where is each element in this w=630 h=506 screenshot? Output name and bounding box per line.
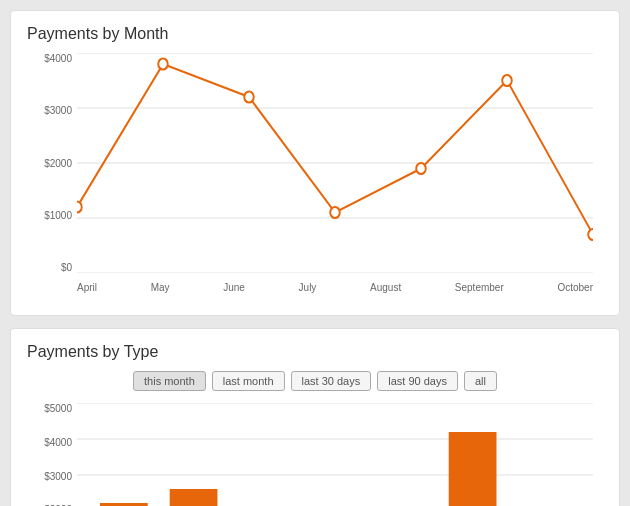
x-label-may: May xyxy=(151,282,170,293)
bar-y-label-5000: $5000 xyxy=(27,403,72,414)
x-label-june: June xyxy=(223,282,245,293)
bar-cash xyxy=(170,489,218,506)
data-point-may xyxy=(158,59,168,70)
x-label-august: August xyxy=(370,282,401,293)
data-point-july xyxy=(330,207,340,218)
y-label-4000: $4000 xyxy=(27,53,72,64)
payments-by-month-title: Payments by Month xyxy=(27,25,603,43)
x-label-september: September xyxy=(455,282,504,293)
data-point-september xyxy=(502,75,512,86)
bar-y-label-4000: $4000 xyxy=(27,437,72,448)
data-point-june xyxy=(244,92,254,103)
y-axis-labels: $4000 $3000 $2000 $1000 $0 xyxy=(27,53,72,273)
filter-tabs: this month last month last 30 days last … xyxy=(27,371,603,391)
y-label-2000: $2000 xyxy=(27,158,72,169)
filter-this-month[interactable]: this month xyxy=(133,371,206,391)
x-label-april: April xyxy=(77,282,97,293)
payments-by-type-title: Payments by Type xyxy=(27,343,603,361)
y-label-3000: $3000 xyxy=(27,105,72,116)
data-point-april xyxy=(77,202,82,213)
y-label-0: $0 xyxy=(27,262,72,273)
y-label-1000: $1000 xyxy=(27,210,72,221)
bar-chart-svg xyxy=(77,403,593,506)
x-label-october: October xyxy=(557,282,593,293)
bar-y-label-3000: $3000 xyxy=(27,471,72,482)
line-chart-area: $4000 $3000 $2000 $1000 $0 April May Jun… xyxy=(27,53,603,273)
data-point-august xyxy=(416,163,426,174)
bar-chart-container: $5000 $4000 $3000 $2000 $1000 $0 Online … xyxy=(77,403,593,506)
bar-wire-transfer xyxy=(449,432,497,506)
line-chart-container: $4000 $3000 $2000 $1000 $0 April May Jun… xyxy=(77,53,593,273)
bar-chart-section: this month last month last 30 days last … xyxy=(27,371,603,506)
data-point-october xyxy=(588,229,593,240)
payments-by-month-card: Payments by Month xyxy=(10,10,620,316)
filter-last-90-days[interactable]: last 90 days xyxy=(377,371,458,391)
x-label-july: July xyxy=(299,282,317,293)
filter-last-30-days[interactable]: last 30 days xyxy=(291,371,372,391)
bar-y-axis-labels: $5000 $4000 $3000 $2000 $1000 $0 xyxy=(27,403,72,506)
line-chart-svg xyxy=(77,53,593,273)
filter-last-month[interactable]: last month xyxy=(212,371,285,391)
filter-all[interactable]: all xyxy=(464,371,497,391)
x-axis-labels: April May June July August September Oct… xyxy=(77,282,593,293)
payments-by-type-card: Payments by Type this month last month l… xyxy=(10,328,620,506)
